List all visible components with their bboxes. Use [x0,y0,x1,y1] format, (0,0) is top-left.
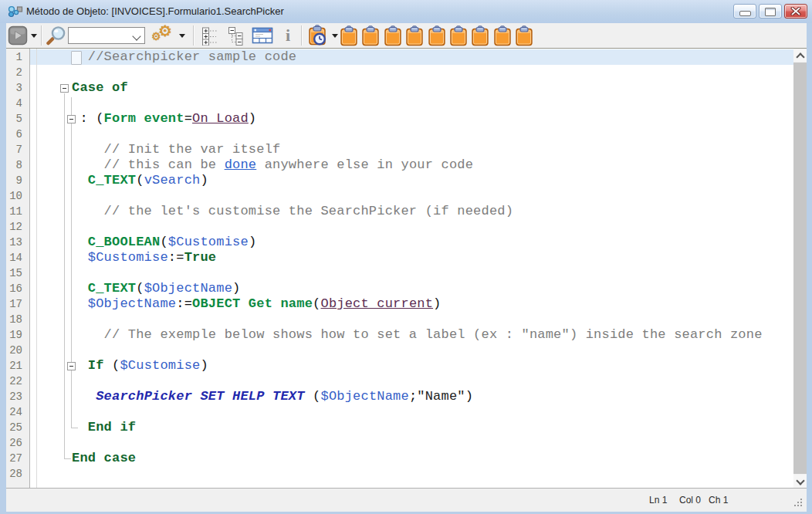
line-number[interactable]: 10 [9,188,22,204]
line-number[interactable]: 18 [9,312,22,327]
macros-button[interactable] [307,25,329,46]
code-line-21[interactable]: If ($Customise) [72,358,208,374]
line-number[interactable]: 2 [16,65,22,80]
clipboard-button-2[interactable] [361,25,380,46]
method-settings-button[interactable]: ⚙ ⚙ [151,25,176,46]
line-number[interactable]: 25 [9,420,22,435]
code-line-25[interactable]: End if [72,420,136,435]
line-number[interactable]: 8 [16,157,22,173]
code-line-16[interactable]: C_TEXT($ObjectName) [72,281,240,296]
expand-all-button[interactable] [201,25,221,46]
code-token-variable: $Customise [88,250,168,265]
code-token-plain [72,327,104,342]
collapse-all-button[interactable] [227,25,247,46]
line-number[interactable]: 17 [9,296,22,312]
code-line-8[interactable]: // this can be done anywhere else in you… [72,157,473,173]
code-line-14[interactable]: $Customise:=True [72,250,216,265]
scroll-down-button[interactable] [793,475,807,488]
clipboard-button-3[interactable] [384,25,402,46]
code-line-7[interactable]: // Init the var itself [72,142,280,157]
line-number[interactable]: 27 [9,451,22,466]
code-line-17[interactable]: $ObjectName:=OBJECT Get name(Object curr… [72,296,442,312]
info-button[interactable]: i [279,25,296,46]
line-number[interactable]: 9 [16,173,22,188]
code-token-plain [72,204,104,218]
clipboard-button-8[interactable] [493,25,512,46]
code-editor[interactable]: 1234567891011121314151617181920212223242… [6,49,793,488]
line-number[interactable]: 20 [9,343,22,358]
code-token-variable: $Customise [120,358,200,373]
clipboard-icon [515,25,533,46]
clipboard-button-5[interactable] [428,25,446,46]
scrollbar-thumb[interactable] [793,63,807,474]
code-token-plain: : ( [72,111,104,126]
fold-toggle-line-5[interactable] [67,115,76,123]
status-char-indicator: Ch 1 [709,495,728,506]
code-token-comment: //Searchpicker sample code [88,49,296,64]
code-line-13[interactable]: C_BOOLEAN($Customise) [72,235,256,250]
code-line-27[interactable]: End case [72,451,136,466]
code-line-5[interactable]: : (Form event=On Load) [72,111,256,127]
line-number[interactable]: 3 [16,80,22,96]
code-token-command: Form event [104,111,184,126]
vertical-scrollbar[interactable] [793,49,807,488]
code-line-1[interactable]: //Searchpicker sample code [72,49,296,65]
search-button[interactable] [46,25,68,46]
clipboard-button-1[interactable] [340,25,358,46]
code-line-23[interactable]: SearchPicker SET HELP TEXT ($ObjectName;… [72,389,473,404]
code-line-3[interactable]: Case of [72,80,128,96]
line-number[interactable]: 26 [9,435,22,451]
run-method-button[interactable] [8,25,28,46]
scroll-up-button[interactable] [793,49,807,62]
gears-dropdown-arrow[interactable] [179,34,185,38]
code-token-plain [72,250,88,265]
line-number[interactable]: 28 [9,466,22,482]
clipboard-button-7[interactable] [471,25,489,46]
maximize-button[interactable] [759,4,782,19]
caret-marker [71,51,82,65]
line-number-gutter: 1234567891011121314151617181920212223242… [6,49,30,488]
clipboard-button-6[interactable] [449,25,468,46]
search-combobox[interactable] [68,27,145,44]
resize-grip[interactable] [800,505,802,506]
window-title: Método de Objeto: [INVOICES].Formulario1… [26,5,284,17]
line-number[interactable]: 23 [9,389,22,404]
code-token-plain: ( [136,281,144,296]
line-number[interactable]: 22 [9,374,22,389]
line-number[interactable]: 12 [9,219,22,235]
line-number[interactable]: 11 [9,204,22,219]
clipboard-button-4[interactable] [405,25,424,46]
code-line-9[interactable]: C_TEXT(vSearch) [72,173,208,188]
close-button[interactable] [784,4,807,19]
macros-dropdown-arrow[interactable] [332,34,338,38]
line-number[interactable]: 5 [16,111,22,127]
fold-toggle-line-21[interactable] [67,362,76,370]
line-number[interactable]: 7 [16,142,22,157]
code-token-keyword: End case [72,451,136,465]
editor-margin-line [36,49,37,488]
line-number[interactable]: 16 [9,281,22,296]
minimize-button[interactable] [733,4,756,19]
line-number[interactable]: 24 [9,404,22,420]
line-number[interactable]: 6 [16,127,22,142]
code-line-11[interactable]: // the let's customise the SearchPicker … [72,204,513,219]
line-number[interactable]: 4 [16,96,22,111]
code-token-plain: ) [249,111,256,126]
titlebar[interactable]: Método de Objeto: [INVOICES].Formulario1… [0,0,812,23]
code-token-plain: ; [409,389,417,404]
run-dropdown-arrow[interactable] [31,34,37,38]
maximize-icon [765,8,776,16]
code-line-19[interactable]: // The exemple below shows how to set a … [72,327,763,343]
line-number[interactable]: 14 [9,250,22,265]
form-button[interactable] [252,26,273,46]
line-number[interactable]: 15 [9,265,22,281]
line-number[interactable]: 1 [16,49,22,65]
fold-toggle-line-3[interactable] [60,84,69,93]
line-number[interactable]: 13 [9,235,22,250]
line-number[interactable]: 19 [9,327,22,343]
code-token-plain [72,142,104,157]
info-icon: i [286,25,290,45]
clipboard-button-9[interactable] [515,25,533,46]
line-number[interactable]: 21 [9,358,22,374]
code-token-keyword: True [184,250,217,265]
